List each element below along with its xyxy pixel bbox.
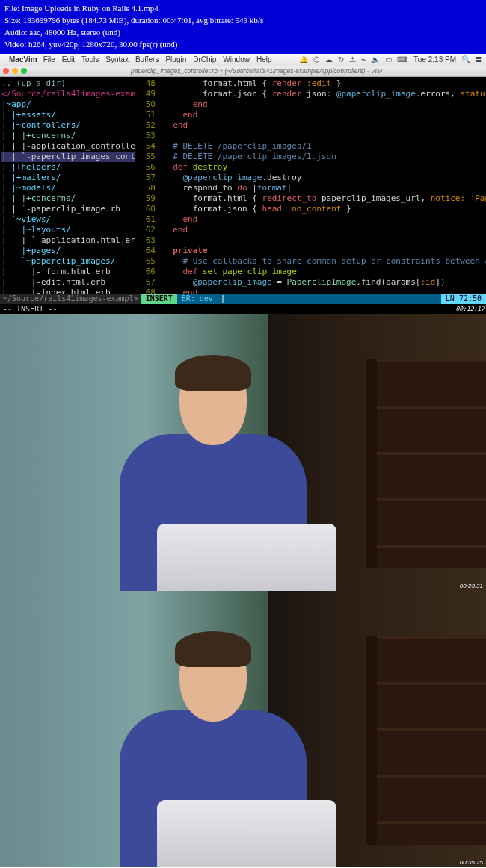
- menu-tools[interactable]: Tools: [81, 55, 99, 63]
- menu-buffers[interactable]: Buffers: [135, 55, 159, 63]
- dropbox-icon[interactable]: ⬡: [313, 55, 320, 63]
- video-timestamp: 00:35:25: [460, 859, 483, 866]
- status-path: ~/Source/rails41images-exampl>: [0, 294, 141, 304]
- notification-icon[interactable]: 🔔: [299, 55, 308, 63]
- line-number: 55: [135, 152, 156, 162]
- line-number: 60: [135, 204, 156, 214]
- wifi-icon[interactable]: ⚠︎: [349, 55, 356, 63]
- tree-row[interactable]: | |+mailers/: [1, 173, 135, 183]
- line-number: 52: [135, 120, 156, 131]
- line-number: 65: [135, 256, 156, 267]
- tree-row[interactable]: | |+helpers/: [1, 162, 135, 173]
- line-number: 50: [135, 99, 156, 110]
- code-line[interactable]: [163, 131, 486, 141]
- menu-syntax[interactable]: Syntax: [105, 55, 129, 63]
- tree-row[interactable]: |~app/: [1, 99, 135, 110]
- tree-row[interactable]: | | `-paperclip_image.rb: [1, 204, 135, 214]
- line-number: 64: [135, 246, 156, 256]
- code-line[interactable]: end: [163, 214, 486, 225]
- line-number: 62: [135, 225, 156, 235]
- tree-row[interactable]: | | `-application.html.erb: [1, 235, 135, 246]
- sync-icon[interactable]: ↻: [338, 55, 344, 63]
- status-location: | app/controllers/paperclip_images_contr…: [218, 294, 441, 304]
- code-line[interactable]: @paperclip_image.destroy: [163, 173, 486, 183]
- line-number: 53: [135, 131, 156, 141]
- line-number: 57: [135, 173, 156, 183]
- menu-help[interactable]: Help: [256, 55, 272, 63]
- line-number: 48: [135, 78, 156, 89]
- tree-row[interactable]: .. (up a dir): [1, 78, 135, 89]
- notification-center-icon[interactable]: ≣: [476, 55, 482, 63]
- tree-row[interactable]: | | |-application_controller.rb: [1, 141, 135, 152]
- code-buffer[interactable]: format.html { render :edit } format.json…: [160, 77, 486, 314]
- bluetooth-icon[interactable]: ⌁: [361, 55, 366, 63]
- spotlight-icon[interactable]: 🔍: [461, 55, 470, 63]
- code-line[interactable]: # DELETE /paperclip_images/1.json: [163, 152, 486, 162]
- code-line[interactable]: end: [163, 120, 486, 131]
- code-line[interactable]: end: [163, 225, 486, 235]
- code-line[interactable]: [163, 235, 486, 246]
- bookshelf: [366, 359, 486, 568]
- line-number: 59: [135, 193, 156, 204]
- line-number: 54: [135, 141, 156, 152]
- code-line[interactable]: end: [163, 99, 486, 110]
- tree-row[interactable]: | |+pages/: [1, 246, 135, 256]
- line-number: 51: [135, 110, 156, 120]
- keyboard-icon[interactable]: ⌨: [397, 55, 407, 63]
- code-line[interactable]: def set_paperclip_image: [163, 267, 486, 277]
- code-line[interactable]: format.json { head :no_content }: [163, 204, 486, 214]
- code-line[interactable]: private: [163, 246, 486, 256]
- vim-editor[interactable]: .. (up a dir)</Source/rails41images-exam…: [0, 77, 486, 314]
- laptop: [157, 524, 336, 591]
- vim-statusline: ~/Source/rails41images-exampl> INSERT BR…: [0, 294, 486, 304]
- menu-window[interactable]: Window: [223, 55, 250, 63]
- video-still: 00:35:25: [0, 591, 486, 867]
- tree-row[interactable]: | | |+concerns/: [1, 131, 135, 141]
- menu-plugin[interactable]: Plugin: [165, 55, 186, 63]
- tree-row[interactable]: | |+assets/: [1, 110, 135, 120]
- tree-row[interactable]: | `~views/: [1, 214, 135, 225]
- mediainfo-panel: File: Image Uploads in Ruby on Rails 4.1…: [0, 0, 486, 54]
- mediainfo-file: File: Image Uploads in Ruby on Rails 4.1…: [4, 3, 482, 15]
- line-number: 58: [135, 183, 156, 193]
- code-line[interactable]: def destroy: [163, 162, 486, 173]
- battery-icon[interactable]: ▭: [385, 55, 392, 63]
- tree-row[interactable]: | | `-paperclip_images_controll: [1, 152, 135, 162]
- mac-menubar: MacVim FileEditToolsSyntaxBuffersPluginD…: [0, 54, 486, 66]
- code-line[interactable]: @paperclip_image = PaperclipImage.find(p…: [163, 277, 486, 288]
- line-number: 61: [135, 214, 156, 225]
- menu-edit[interactable]: Edit: [62, 55, 75, 63]
- line-number: 56: [135, 162, 156, 173]
- volume-icon[interactable]: 🔈: [371, 55, 380, 63]
- tree-row[interactable]: | |~layouts/: [1, 225, 135, 235]
- video-still: 00:23:31: [0, 314, 486, 591]
- mediainfo-audio: Audio: aac, 48000 Hz, stereo (und): [4, 27, 482, 39]
- menu-file[interactable]: File: [43, 55, 55, 63]
- code-line[interactable]: format.html { redirect_to paperclip_imag…: [163, 193, 486, 204]
- line-number: 66: [135, 267, 156, 277]
- app-name[interactable]: MacVim: [9, 55, 37, 63]
- tree-row[interactable]: | | |+concerns/: [1, 193, 135, 204]
- menubar-clock[interactable]: Tue 2:13 PM: [413, 55, 456, 63]
- code-line[interactable]: # Use callbacks to share common setup or…: [163, 256, 486, 267]
- code-line[interactable]: format.html { render :edit }: [163, 78, 486, 89]
- tree-row[interactable]: | `~paperclip_images/: [1, 256, 135, 267]
- code-line[interactable]: # DELETE /paperclip_images/1: [163, 141, 486, 152]
- tree-row[interactable]: | |-_form.html.erb: [1, 267, 135, 277]
- tree-row[interactable]: | |~models/: [1, 183, 135, 193]
- menu-drchip[interactable]: DrChip: [193, 55, 216, 63]
- tree-row[interactable]: | |-edit.html.erb: [1, 277, 135, 288]
- mediainfo-video: Video: h264, yuv420p, 1280x720, 30.00 fp…: [4, 39, 482, 51]
- laptop: [157, 800, 336, 867]
- close-window-icon[interactable]: [3, 68, 9, 74]
- tree-row[interactable]: </Source/rails41images-example/: [1, 89, 135, 99]
- nerdtree-panel[interactable]: .. (up a dir)</Source/rails41images-exam…: [0, 77, 135, 314]
- code-line[interactable]: respond_to do |format|: [163, 183, 486, 193]
- code-line[interactable]: end: [163, 110, 486, 120]
- tree-row[interactable]: | |~controllers/: [1, 120, 135, 131]
- minimize-window-icon[interactable]: [12, 68, 18, 74]
- status-lineno: LN 72:50: [441, 294, 486, 304]
- code-line[interactable]: format.json { render json: @paperclip_im…: [163, 89, 486, 99]
- cloud-icon[interactable]: ☁: [325, 55, 333, 63]
- zoom-window-icon[interactable]: [21, 68, 27, 74]
